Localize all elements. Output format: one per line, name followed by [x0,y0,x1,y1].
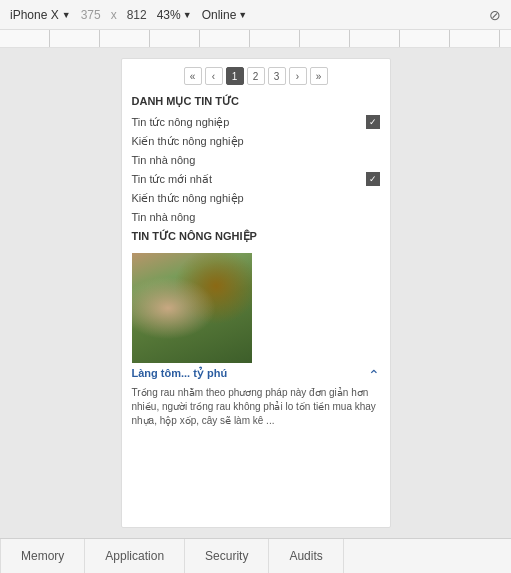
list-item[interactable]: Tin nhà nông [122,151,390,169]
page-next-btn[interactable]: › [289,67,307,85]
tab-application[interactable]: Application [85,539,185,573]
zoom-chevron-icon: ▼ [183,10,192,20]
zoom-value: 43% [157,8,181,22]
tab-security[interactable]: Security [185,539,269,573]
page-prev-btn[interactable]: ‹ [205,67,223,85]
menu-item-label: Tin tức nông nghiệp [132,116,230,129]
list-item[interactable]: Tin nhà nông [122,208,390,226]
list-item[interactable]: Tin tức nông nghiệp ✓ [122,112,390,132]
article-image [132,253,252,363]
cross-label: x [111,8,117,22]
ruler-marks [0,30,511,47]
zoom-selector[interactable]: 43% ▼ [157,8,192,22]
article-description: Trồng rau nhằm theo phương pháp này đơn … [122,383,390,436]
height-value: 812 [127,8,147,22]
menu-item-label: Tin tức mới nhất [132,173,213,186]
separator-1: 375 [81,8,101,22]
device-name: iPhone X [10,8,59,22]
device-toolbar: iPhone X ▼ 375 x 812 43% ▼ Online ▼ ⊘ [0,0,511,30]
menu-item-label: Tin nhà nông [132,211,196,223]
pagination-bar: « ‹ 1 2 3 › » [122,59,390,91]
page-3-btn[interactable]: 3 [268,67,286,85]
rotate-icon[interactable]: ⊘ [489,7,501,23]
list-item[interactable]: Kiến thức nông nghiệp [122,189,390,208]
page-1-btn[interactable]: 1 [226,67,244,85]
checkmark-icon: ✓ [366,172,380,186]
shrimp-image [132,253,252,363]
list-item[interactable]: Tin tức mới nhất ✓ [122,169,390,189]
device-selector[interactable]: iPhone X ▼ [10,8,71,22]
phone-frame: « ‹ 1 2 3 › » DANH MỤC TIN TỨC Tin tức n… [121,58,391,528]
article-header: Làng tôm... tỷ phú ⌃ [122,367,390,383]
checkmark-icon: ✓ [366,115,380,129]
scroll-up-icon[interactable]: ⌃ [368,367,380,383]
article-title[interactable]: Làng tôm... tỷ phú [132,367,364,380]
menu-item-label: Kiến thức nông nghiệp [132,192,244,205]
network-selector[interactable]: Online ▼ [202,8,248,22]
tab-audits[interactable]: Audits [269,539,343,573]
tab-memory[interactable]: Memory [0,539,85,573]
ruler [0,30,511,48]
network-chevron-icon: ▼ [238,10,247,20]
category-title: DANH MỤC TIN TỨC [122,91,390,112]
network-value: Online [202,8,237,22]
page-first-btn[interactable]: « [184,67,202,85]
main-area: « ‹ 1 2 3 › » DANH MỤC TIN TỨC Tin tức n… [0,48,511,538]
list-item[interactable]: Kiến thức nông nghiệp [122,132,390,151]
page-last-btn[interactable]: » [310,67,328,85]
device-chevron-icon: ▼ [62,10,71,20]
page-2-btn[interactable]: 2 [247,67,265,85]
dev-toolbar: Memory Application Security Audits [0,538,511,573]
menu-item-label: Tin nhà nông [132,154,196,166]
news-section-title: TIN TỨC NÔNG NGHIỆP [122,226,390,247]
menu-item-label: Kiến thức nông nghiệp [132,135,244,148]
